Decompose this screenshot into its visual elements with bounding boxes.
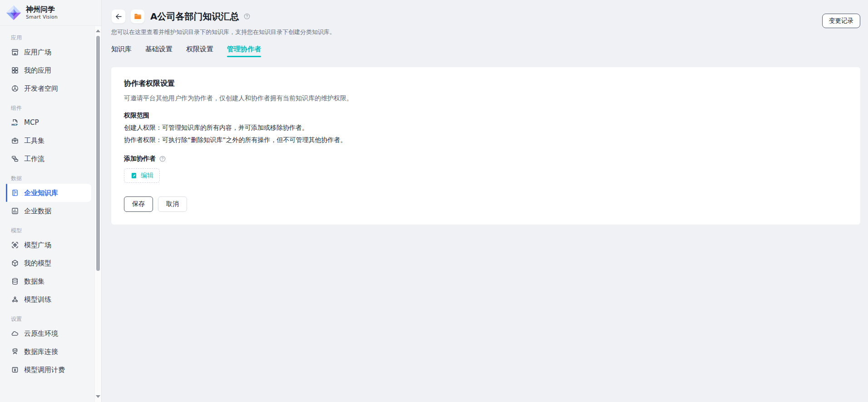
tab-label: 权限设置 [186, 45, 213, 53]
sidebar-section-models: 模型 模型广场 我的模型 数据集 模型训练 [0, 227, 101, 309]
brand-tagline: Smart Vision [26, 15, 58, 20]
tab-label: 管理协作者 [227, 45, 261, 53]
scope-title: 权限范围 [124, 112, 848, 120]
sidebar-item-label: 开发者空间 [24, 84, 58, 93]
mcp-file-icon: MCP [11, 118, 19, 127]
sidebar-section-apps: 应用 应用广场 我的应用 开发者空间 [0, 34, 101, 98]
sidebar-item-database-connection[interactable]: 数据库连接 [0, 343, 91, 361]
sidebar-item-label: 企业数据 [24, 207, 51, 216]
training-icon [11, 295, 19, 304]
scroll-up-icon[interactable] [96, 29, 100, 32]
tabs: 知识库 基础设置 权限设置 管理协作者 [111, 45, 860, 57]
main-content: A公司各部门知识汇总 变更记录 您可以在这里查看并维护知识目录下的知识库，支持您… [102, 0, 868, 402]
sidebar-item-label: 企业知识库 [24, 189, 58, 197]
page-title: A公司各部门知识汇总 [150, 10, 239, 23]
grid-icon [11, 66, 19, 74]
card-description: 可邀请平台其他用户作为协作者，仅创建人和协作者拥有当前知识库的维护权限。 [124, 94, 848, 103]
storefront-icon [11, 48, 19, 56]
sidebar-item-workflow[interactable]: 工作流 [0, 150, 91, 168]
edit-collaborators-button[interactable]: 编辑 [124, 168, 160, 183]
page-header: A公司各部门知识汇总 [111, 9, 860, 24]
sidebar-item-label: 工作流 [24, 155, 44, 163]
sidebar-section-items: 模型广场 我的模型 数据集 模型训练 [0, 236, 101, 309]
cancel-button[interactable]: 取消 [158, 196, 187, 212]
database-icon [11, 277, 19, 285]
sidebar-item-label: 模型训练 [24, 295, 51, 304]
brand-logo-row: 神州问学 Smart Vision [0, 0, 101, 26]
sidebar-item-datasets[interactable]: 数据集 [0, 272, 91, 290]
sidebar-section-items: 云原生环境 数据库连接 模型调用计费 [0, 324, 101, 379]
db-connection-icon [11, 348, 19, 356]
sidebar-section-label: 模型 [0, 227, 101, 236]
brand-name: 神州问学 [26, 6, 58, 14]
cube-icon [11, 259, 19, 267]
sidebar-item-developer-space[interactable]: 开发者空间 [0, 79, 91, 98]
sidebar-item-label: 工具集 [24, 137, 44, 145]
scope-line-creator: 创建人权限：可管理知识库的所有内容，并可添加或移除协作者。 [124, 124, 848, 132]
tab-label: 基础设置 [145, 45, 173, 53]
folder-icon [130, 9, 145, 24]
save-button[interactable]: 保存 [124, 196, 153, 212]
sidebar-section-settings: 设置 云原生环境 数据库连接 模型调用计费 [0, 315, 101, 379]
sidebar-nav: 应用 应用广场 我的应用 开发者空间 组件 MCP MCP 工具集 工作流 数据… [0, 26, 101, 379]
add-collaborator-label: 添加协作者 [124, 155, 156, 163]
toolbox-icon [11, 137, 19, 145]
billing-icon [11, 366, 19, 374]
card-actions: 保存 取消 [124, 196, 848, 212]
tab-basic-settings[interactable]: 基础设置 [145, 45, 173, 57]
scrollbar-thumb[interactable] [96, 36, 100, 271]
title-help-icon[interactable] [243, 13, 251, 20]
sidebar-item-mcp[interactable]: MCP MCP [0, 113, 91, 132]
collaborator-settings-card: 协作者权限设置 可邀请平台其他用户作为协作者，仅创建人和协作者拥有当前知识库的维… [111, 67, 860, 225]
sidebar-section-label: 数据 [0, 175, 101, 184]
tab-permission-settings[interactable]: 权限设置 [186, 45, 213, 57]
back-button[interactable] [111, 9, 126, 24]
edit-doc-icon [130, 172, 138, 179]
sidebar-section-items: 企业知识库 企业数据 [0, 184, 101, 220]
cloud-icon [11, 329, 19, 338]
sidebar-item-my-models[interactable]: 我的模型 [0, 254, 91, 272]
sidebar-item-my-apps[interactable]: 我的应用 [0, 61, 91, 79]
add-collaborator-help-icon[interactable] [159, 155, 166, 162]
sidebar-item-label: 数据库连接 [24, 348, 58, 356]
sidebar: 神州问学 Smart Vision 应用 应用广场 我的应用 开发者空间 组件 … [0, 0, 102, 402]
sidebar-item-toolset[interactable]: 工具集 [0, 132, 91, 150]
developer-space-icon [11, 84, 19, 93]
sidebar-item-label: MCP [24, 118, 39, 127]
sidebar-scrollbar[interactable] [94, 26, 101, 402]
tab-manage-collaborators[interactable]: 管理协作者 [227, 45, 261, 57]
sidebar-item-label: 我的应用 [24, 66, 51, 75]
sidebar-section-items: 应用广场 我的应用 开发者空间 [0, 43, 101, 98]
sidebar-item-label: 模型广场 [24, 241, 51, 250]
bar-chart-icon [11, 207, 19, 215]
sidebar-section-label: 设置 [0, 315, 101, 324]
sidebar-section-data: 数据 企业知识库 企业数据 [0, 175, 101, 220]
svg-text:MCP: MCP [11, 123, 18, 126]
model-plaza-icon [11, 241, 19, 249]
sidebar-item-model-training[interactable]: 模型训练 [0, 290, 91, 309]
brand-logo-icon [5, 5, 22, 21]
sidebar-item-model-plaza[interactable]: 模型广场 [0, 236, 91, 254]
sidebar-item-label: 应用广场 [24, 48, 51, 57]
sidebar-item-cloud-native-env[interactable]: 云原生环境 [0, 324, 91, 343]
sidebar-item-model-billing[interactable]: 模型调用计费 [0, 361, 91, 379]
sidebar-item-enterprise-knowledge-base[interactable]: 企业知识库 [6, 184, 91, 202]
sidebar-section-components: 组件 MCP MCP 工具集 工作流 [0, 104, 101, 168]
sidebar-section-label: 组件 [0, 104, 101, 113]
active-tab-underline [227, 56, 261, 57]
page-subtitle: 您可以在这里查看并维护知识目录下的知识库，支持您在知识目录下创建分类知识库。 [111, 28, 860, 36]
workflow-icon [11, 155, 19, 163]
sidebar-item-enterprise-data[interactable]: 企业数据 [0, 202, 91, 220]
sidebar-item-label: 我的模型 [24, 259, 51, 268]
sidebar-item-label: 云原生环境 [24, 329, 58, 338]
tab-label: 知识库 [111, 45, 132, 53]
scroll-down-icon[interactable] [96, 395, 100, 398]
change-log-button[interactable]: 变更记录 [822, 14, 860, 28]
sidebar-item-label: 模型调用计费 [24, 366, 65, 374]
card-title: 协作者权限设置 [124, 79, 848, 88]
sidebar-section-items: MCP MCP 工具集 工作流 [0, 113, 101, 168]
sidebar-item-app-plaza[interactable]: 应用广场 [0, 43, 91, 61]
tab-knowledge-base[interactable]: 知识库 [111, 45, 132, 57]
edit-button-label: 编辑 [141, 172, 153, 180]
knowledge-base-icon [11, 189, 19, 197]
